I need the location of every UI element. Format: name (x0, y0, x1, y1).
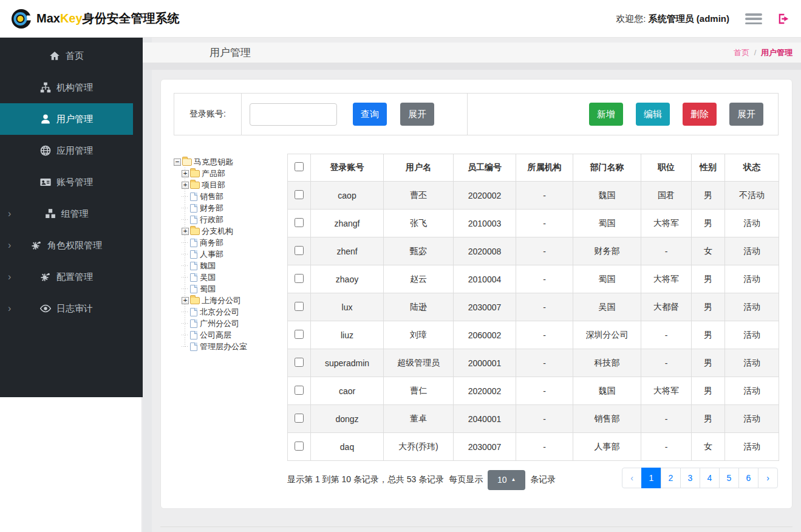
tree-node-label: 行政部 (200, 214, 223, 225)
tree-node[interactable]: 魏国 (182, 260, 285, 271)
tree-node[interactable]: +上海分公司 (182, 295, 285, 306)
sidebar-item-id-card[interactable]: 账号管理 (0, 166, 133, 198)
add-button[interactable]: 新增 (589, 103, 623, 126)
tree-node[interactable]: 北京分公司 (182, 306, 285, 318)
row-checkbox[interactable] (295, 274, 304, 283)
cell-gender: 男 (692, 293, 725, 321)
content-gutter (143, 38, 152, 532)
row-checkbox[interactable] (295, 358, 304, 367)
row-checkbox[interactable] (295, 246, 304, 255)
sidebar-item-label: 配置管理 (56, 271, 93, 283)
tree-node[interactable]: 行政部 (182, 214, 285, 225)
row-checkbox[interactable] (295, 330, 304, 339)
page-size-dropdown[interactable]: 10▲ (488, 470, 525, 490)
tree-node[interactable]: 商务部 (182, 237, 285, 248)
tree-node[interactable]: 蜀国 (182, 283, 285, 295)
row-checkbox[interactable] (295, 442, 304, 451)
row-checkbox[interactable] (295, 218, 304, 227)
row-checkbox[interactable] (295, 386, 304, 395)
table-row[interactable]: liuz刘璋2060002-深圳分公司-男活动 (288, 321, 779, 349)
login-account-input[interactable] (250, 103, 337, 126)
edit-button[interactable]: 编辑 (636, 103, 670, 126)
column-header[interactable]: 性别 (692, 154, 725, 182)
sidebar-item-label: 账号管理 (56, 177, 93, 188)
page-button-6[interactable]: 6 (738, 468, 758, 488)
table-row[interactable]: dongz董卓2040001-销售部-男活动 (288, 405, 779, 433)
cell-employee-no: 2000001 (454, 349, 516, 377)
tree-connector (182, 208, 189, 208)
sitemap-icon (40, 82, 51, 93)
sidebar-item-sitemap[interactable]: 机构管理 (0, 72, 133, 103)
logout-icon[interactable] (777, 12, 790, 26)
tree-node[interactable]: 人事部 (182, 248, 285, 260)
select-all-checkbox[interactable] (295, 162, 304, 171)
expand-icon[interactable]: + (182, 170, 189, 177)
table-row[interactable]: caor曹仁2020002-魏国大将军男活动 (288, 377, 779, 405)
column-header[interactable]: 职位 (641, 154, 692, 182)
breadcrumb-home-link[interactable]: 首页 (734, 48, 749, 57)
cell-login-account: caor (311, 377, 384, 405)
tree-node[interactable]: +产品部 (182, 168, 285, 179)
column-header[interactable]: 员工编号 (454, 154, 516, 182)
column-header[interactable]: 状态 (725, 154, 779, 182)
sidebar-item-eye[interactable]: ›日志审计 (0, 293, 133, 324)
tree-node[interactable]: 销售部 (182, 191, 285, 202)
table-row[interactable]: zhaoy赵云2010004-蜀国大将军男活动 (288, 265, 779, 293)
table-row[interactable]: zhangf张飞2010003-蜀国大将军男活动 (288, 210, 779, 237)
menu-toggle-icon[interactable] (745, 13, 762, 24)
table-row[interactable]: lux陆逊2030007-吴国大都督男活动 (288, 293, 779, 321)
cell-login-account: zhenf (311, 237, 384, 265)
page-button-3[interactable]: 3 (680, 468, 700, 488)
expand-icon[interactable]: + (182, 228, 189, 235)
sidebar-item-gears[interactable]: ›角色权限管理 (0, 230, 133, 261)
expand-icon[interactable]: + (182, 297, 189, 304)
sidebar-item-globe[interactable]: 应用管理 (0, 135, 133, 166)
table-row[interactable]: caop曹丕2020002-魏国国君男不活动 (288, 182, 779, 210)
expand-icon[interactable]: + (182, 182, 189, 189)
tree-root-node[interactable]: −马克思钥匙 (174, 156, 285, 168)
column-header[interactable]: 所属机构 (516, 154, 573, 182)
expand-search-button[interactable]: 展开 (400, 103, 434, 126)
sidebar-item-home[interactable]: 首页 (0, 40, 133, 72)
row-checkbox[interactable] (295, 190, 304, 199)
tree-node[interactable]: 公司高层 (182, 329, 285, 341)
cell-username: 大乔(乔玮) (384, 433, 454, 461)
file-icon (190, 262, 197, 270)
column-header[interactable]: 登录账号 (311, 154, 384, 182)
row-checkbox[interactable] (295, 414, 304, 423)
column-header[interactable]: 用户名 (384, 154, 454, 182)
tree-node[interactable]: 吴国 (182, 271, 285, 283)
sidebar-item-gears[interactable]: ›配置管理 (0, 261, 133, 293)
cell-organization: - (516, 377, 573, 405)
page-button-5[interactable]: 5 (719, 468, 739, 488)
table-row[interactable]: daq大乔(乔玮)2030007-人事部-女活动 (288, 433, 779, 461)
tree-node[interactable]: 管理层办公室 (182, 341, 285, 352)
next-page-button[interactable]: › (758, 468, 778, 488)
delete-button[interactable]: 删除 (683, 103, 717, 126)
sidebar-item-user[interactable]: 用户管理 (0, 103, 133, 135)
pagination: ‹123456› (622, 468, 778, 488)
table-row[interactable]: superadmin超级管理员2000001-科技部-男活动 (288, 349, 779, 377)
cell-organization: - (516, 405, 573, 433)
column-header[interactable]: 部门名称 (573, 154, 641, 182)
prev-page-button[interactable]: ‹ (622, 468, 642, 488)
table-row[interactable]: zhenf甄宓2020008-财务部-女活动 (288, 237, 779, 265)
breadcrumb: 首页 / 用户管理 (734, 47, 792, 58)
collapse-icon[interactable]: − (174, 159, 181, 166)
page-button-1[interactable]: 1 (641, 468, 661, 488)
tree-node[interactable]: 财务部 (182, 202, 285, 214)
tree-connector (182, 242, 189, 243)
sidebar-item-cubes[interactable]: ›组管理 (0, 198, 133, 230)
tree-node[interactable]: 广州分公司 (182, 318, 285, 329)
cell-username: 甄宓 (384, 237, 454, 265)
tree-node[interactable]: +项目部 (182, 179, 285, 191)
cell-job-title: 国君 (641, 182, 692, 210)
page-button-4[interactable]: 4 (700, 468, 720, 488)
app-logo[interactable]: MaxKey身份安全管理系统 (11, 6, 180, 32)
page-button-2[interactable]: 2 (661, 468, 681, 488)
row-checkbox[interactable] (295, 302, 304, 311)
tree-node[interactable]: +分支机构 (182, 225, 285, 237)
query-button[interactable]: 查询 (353, 103, 387, 126)
expand-table-button[interactable]: 展开 (729, 103, 763, 126)
cell-organization: - (516, 433, 573, 461)
